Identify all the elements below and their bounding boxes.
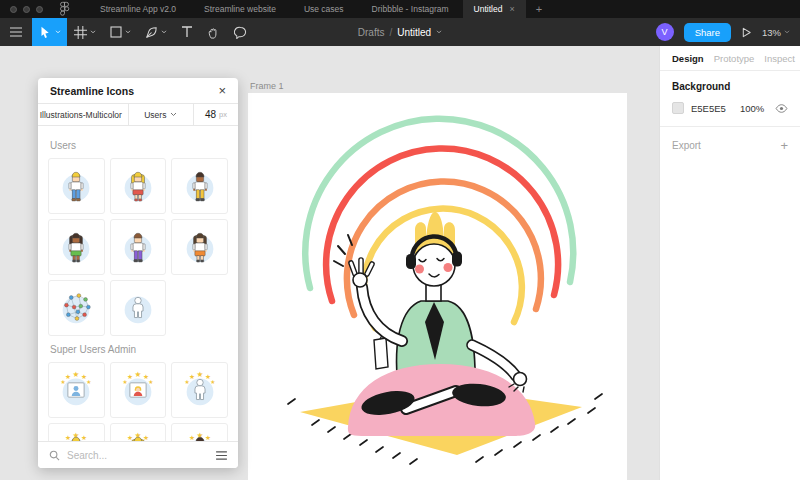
svg-text:★: ★ [196,370,203,379]
left-arm-ok-gesture [351,260,402,341]
shape-tool-button[interactable] [103,18,138,46]
svg-text:★: ★ [61,379,66,385]
visibility-eye-icon[interactable] [775,104,788,113]
tab-prototype[interactable]: Prototype [714,53,755,64]
svg-text:★: ★ [65,373,71,380]
close-tab-icon[interactable]: × [509,4,514,14]
breadcrumb-separator: / [389,27,392,38]
tassel [374,338,388,369]
svg-text:★: ★ [184,379,189,385]
main-menu-button[interactable] [0,18,32,46]
zoom-level-value: 13% [762,27,781,38]
icon-man-blonde-blue-pants[interactable] [48,158,105,214]
add-export-icon[interactable]: + [780,139,788,152]
svg-text:★: ★ [123,379,128,385]
icon-admin-photo-badge-woman[interactable]: ★★★★★ [110,362,167,418]
toolbar-right-controls: V Share 13% [656,18,790,46]
plugin-section-title: Super Users Admin [50,344,228,355]
hand-tool-button[interactable] [200,18,227,46]
chevron-down-icon [170,112,177,117]
figma-toolbar: Drafts / Untitled V Share 13% [0,18,800,46]
export-section: Export + [660,127,800,164]
category-dropdown[interactable]: Illustrations-Multicolor [38,104,129,125]
svg-text:★: ★ [73,370,80,379]
svg-text:★: ★ [87,379,92,385]
background-color-row: E5E5E5 100% [672,102,788,114]
background-opacity-value[interactable]: 100% [740,103,775,114]
plugin-title: Streamline Icons [50,85,218,97]
breadcrumb-filename[interactable]: Untitled [397,27,431,38]
breadcrumb-project[interactable]: Drafts [358,27,385,38]
tab-untitled-active[interactable]: Untitled × [463,0,526,18]
tab-use-cases[interactable]: Use cases [290,0,358,18]
share-button[interactable]: Share [684,23,731,42]
svg-text:★: ★ [189,434,195,441]
comment-tool-button[interactable] [227,18,254,46]
filename-dropdown-icon[interactable] [436,30,442,34]
pen-tool-button[interactable] [138,18,174,46]
close-window-icon[interactable] [10,6,17,13]
tab-streamline-app[interactable]: Streamline App v2.0 [86,0,190,18]
plugin-icon-list: Users Super Users Admin★★★★★★★★★★★★★★★ ★… [38,126,238,441]
figma-app: Streamline App v2.0 Streamline website U… [0,0,800,480]
icon-admin-photo-badge-man[interactable]: ★★★★★ [48,362,105,418]
background-hex-value[interactable]: E5E5E5 [691,103,726,114]
tab-streamline-website[interactable]: Streamline website [190,0,290,18]
minimize-window-icon[interactable] [23,6,30,13]
plugin-section-title: Users [50,140,228,151]
icon-size-input[interactable]: 48 px [194,104,238,125]
svg-text:★: ★ [210,379,215,385]
icon-woman-dark-hair-orange-skirt[interactable] [171,219,228,275]
window-traffic-lights[interactable] [10,6,43,13]
canvas[interactable]: Frame 1 [0,46,659,480]
frame-tool-button[interactable] [67,18,103,46]
plugin-icon-grid: ★★★★★★★★★★★★★★★ ★★★★★★★★★★★★★★★ [48,362,228,441]
new-tab-button[interactable]: + [526,3,552,15]
icon-woman-dark-skin-green-skirt[interactable] [48,219,105,275]
browser-tab-bar: Streamline App v2.0 Streamline website U… [0,0,800,18]
plugin-icon-grid [48,158,228,336]
plugin-header[interactable]: Streamline Icons × [38,78,238,104]
subcategory-dropdown-value: Users [144,110,166,120]
svg-text:★: ★ [148,379,153,385]
plugin-window-streamline-icons: Streamline Icons × Illustrations-Multico… [38,78,238,468]
icon-admin-man-blonde-blue-pants[interactable]: ★★★★★ [48,423,105,441]
icon-size-unit: px [219,110,227,119]
icon-woman-blonde-red-skirt[interactable] [110,158,167,214]
maximize-window-icon[interactable] [36,6,43,13]
subcategory-dropdown[interactable]: Users [129,104,194,125]
color-swatch[interactable] [672,102,684,114]
present-play-icon[interactable] [741,27,752,38]
frame-1[interactable] [248,93,627,480]
icon-size-value: 48 [205,109,216,120]
plugin-filter-row: Illustrations-Multicolor Users 48 px [38,104,238,126]
plugin-search-bar [38,441,238,468]
svg-text:★: ★ [127,373,133,380]
icon-man-brown-hair-purple-pants[interactable] [110,219,167,275]
icon-user-silhouette[interactable] [110,280,167,336]
export-section-label: Export [672,140,780,151]
icon-admin-silhouette[interactable]: ★★★★★ [171,362,228,418]
background-section-label: Background [672,81,788,92]
icon-admin-woman-blonde-purple-skirt[interactable]: ★★★★★ [110,423,167,441]
svg-text:★: ★ [189,373,195,380]
zoom-level-control[interactable]: 13% [762,27,790,38]
figma-logo-icon [59,1,70,17]
icon-users-network[interactable] [48,280,105,336]
text-tool-button[interactable] [174,18,200,46]
search-input[interactable] [67,450,209,461]
move-tool-button[interactable] [32,18,67,46]
category-dropdown-value: Illustrations-Multicolor [40,110,122,120]
frame-label[interactable]: Frame 1 [250,81,284,91]
plugin-close-icon[interactable]: × [218,84,226,97]
tab-design[interactable]: Design [672,53,704,64]
tab-dribbble-instagram[interactable]: Dribbble - Instagram [358,0,463,18]
avatar[interactable]: V [656,23,674,41]
menu-icon[interactable] [216,451,227,460]
icon-admin-man-dark-skin-green-pants[interactable]: ★★★★★ [171,423,228,441]
tab-inspect[interactable]: Inspect [764,53,795,64]
icon-man-dark-skin-yellow-pants[interactable] [171,158,228,214]
cheek-right [444,263,453,272]
search-icon [49,450,60,461]
svg-text:★: ★ [65,434,71,441]
